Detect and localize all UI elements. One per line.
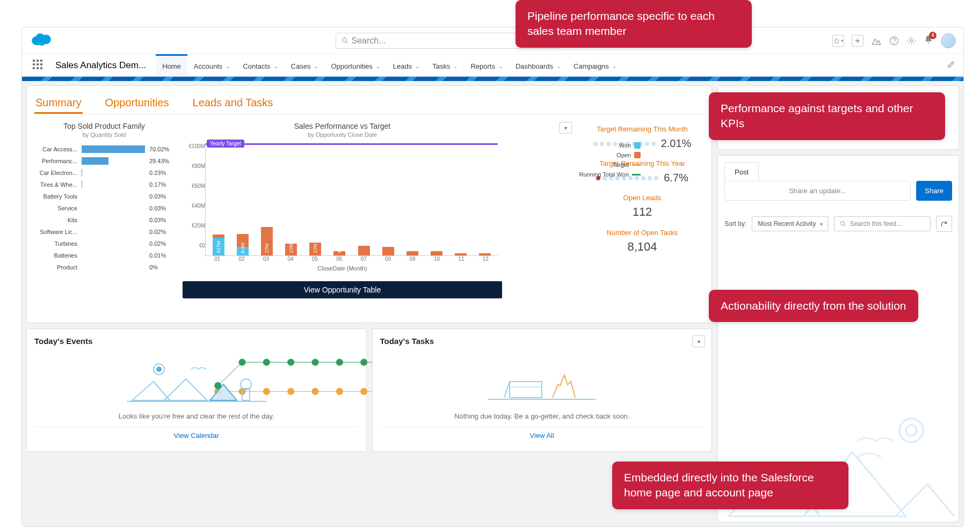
nav-tab-opportunities[interactable]: Opportunities⌄ (324, 54, 386, 76)
product-row[interactable]: Software Lic...0.02% (34, 226, 174, 238)
share-button[interactable]: Share (916, 181, 952, 201)
svg-point-6 (894, 43, 895, 43)
gear-icon[interactable] (906, 36, 916, 46)
search-icon (840, 221, 846, 227)
panel-subtitle: by Opportunity Close Date (183, 131, 502, 138)
callout-4: Embedded directly into the Salesforce ho… (612, 462, 848, 509)
product-row[interactable]: Batteries0.01% (34, 250, 174, 261)
chart-legend: Won Open Target Running Total Won (574, 142, 641, 178)
svg-point-25 (336, 358, 343, 365)
svg-line-39 (504, 382, 510, 398)
help-icon[interactable] (889, 36, 899, 46)
sales-chart-panel: ▾ Sales Performance vs Target by Opportu… (183, 122, 572, 315)
svg-point-26 (360, 358, 367, 365)
svg-point-23 (287, 358, 294, 365)
nav-tab-contacts[interactable]: Contacts⌄ (236, 54, 284, 76)
svg-point-0 (342, 38, 346, 42)
trailhead-icon[interactable] (871, 35, 882, 46)
nav-tab-campaigns[interactable]: Campaigns⌄ (567, 54, 623, 76)
plus-icon (854, 38, 861, 44)
svg-point-48 (906, 425, 917, 436)
nav-tab-tasks[interactable]: Tasks⌄ (426, 54, 464, 76)
star-icon (833, 38, 840, 44)
svg-line-1 (346, 41, 347, 43)
favorites-button[interactable]: ▾ (832, 35, 844, 47)
salesforce-logo-icon (30, 33, 53, 49)
svg-point-11 (287, 388, 294, 395)
product-row[interactable]: Battery Tools0.03% (34, 191, 174, 202)
view-all-link[interactable]: View All (380, 427, 705, 444)
dash-tab-opportunities[interactable]: Opportunities (104, 93, 170, 114)
product-row[interactable]: Turbines0.02% (34, 238, 174, 250)
card-title: Today's Tasks (380, 336, 705, 346)
notifications-button[interactable]: 4 (924, 35, 933, 47)
panel-subtitle: by Quantity Sold (34, 131, 174, 138)
notif-badge: 4 (929, 32, 937, 39)
nav-tab-cases[interactable]: Cases⌄ (285, 54, 325, 76)
chart-menu-button[interactable]: ▾ (559, 122, 572, 134)
svg-point-12 (311, 388, 318, 395)
callout-2: Performance against targets and other KP… (709, 92, 945, 140)
svg-point-24 (311, 358, 318, 365)
sort-label: Sort by: (724, 220, 746, 228)
search-icon (342, 37, 349, 44)
svg-point-33 (156, 367, 162, 372)
svg-line-46 (844, 225, 846, 226)
product-row[interactable]: Performanc...29.43% (34, 155, 174, 167)
svg-point-7 (910, 39, 913, 42)
top-products-panel: Top Sold Product Family by Quantity Sold… (34, 122, 174, 315)
product-row[interactable]: Kits0.03% (34, 214, 174, 226)
refresh-feed-button[interactable] (936, 216, 952, 232)
product-row[interactable]: Car Access...70.02% (34, 143, 174, 155)
empty-text: Nothing due today. Be a go-getter, and c… (454, 412, 629, 420)
dash-tab-leads-and-tasks[interactable]: Leads and Tasks (192, 93, 274, 114)
tasks-illustration-icon (472, 357, 612, 406)
nav-tab-home[interactable]: Home (156, 54, 187, 76)
pencil-icon (947, 61, 955, 68)
svg-point-45 (841, 222, 845, 225)
app-name: Sales Analytics Dem... (55, 60, 146, 71)
nav-tab-leads[interactable]: Leads⌄ (387, 54, 426, 76)
sort-dropdown[interactable]: Most Recent Activity▾ (752, 216, 829, 231)
product-row[interactable]: Product0% (34, 261, 174, 273)
nav-tab-dashboards[interactable]: Dashboards⌄ (509, 54, 567, 76)
product-row[interactable]: Tires & Whe...0.17% (34, 179, 174, 191)
post-tab[interactable]: Post (724, 162, 759, 181)
camping-illustration-icon (127, 357, 266, 406)
svg-rect-34 (242, 389, 250, 400)
analytics-dashboard: SummaryOpportunitiesLeads and Tasks Top … (26, 85, 712, 323)
kpi-open-leads: Open Leads 112 (580, 194, 704, 219)
add-button[interactable] (852, 35, 863, 47)
feed-search[interactable]: Search this feed... (834, 216, 931, 231)
product-row[interactable]: Service0.03% (34, 202, 174, 214)
nav-tab-accounts[interactable]: Accounts⌄ (187, 54, 236, 76)
app-nav: Sales Analytics Dem... HomeAccounts⌄Cont… (22, 54, 963, 77)
svg-marker-2 (834, 38, 839, 43)
svg-rect-37 (510, 382, 542, 398)
callout-1: Pipeline performance specific to each sa… (516, 0, 752, 48)
share-update-input[interactable]: Share an update... (724, 181, 911, 201)
nav-tab-reports[interactable]: Reports⌄ (464, 54, 509, 76)
chart-plot: Yearly Target €17M8.4M27M11M12M4.3M (205, 143, 498, 256)
svg-point-14 (360, 388, 367, 395)
edit-page-button[interactable] (944, 57, 958, 74)
todays-tasks-card: ▾ Today's Tasks Nothing due today. Be a … (372, 328, 713, 452)
panel-title: Top Sold Product Family (34, 122, 174, 130)
search-placeholder: Search... (352, 36, 386, 46)
favorites-dd: ▾ (841, 38, 844, 43)
panel-title: Sales Performance vs Target (183, 122, 502, 130)
global-header: Search... ▾ 4 (22, 27, 963, 54)
svg-point-13 (336, 388, 343, 395)
user-avatar[interactable] (941, 33, 956, 48)
kpi-open-tasks: Number of Open Tasks 8,104 (580, 229, 704, 254)
theme-ribbon (22, 77, 963, 81)
app-launcher-icon[interactable] (33, 60, 45, 71)
callout-3: Actionability directly from the solution (709, 290, 918, 322)
dash-tab-summary[interactable]: Summary (34, 93, 83, 114)
header-actions: ▾ 4 (832, 33, 956, 48)
product-row[interactable]: Car Electron...0.23% (34, 167, 174, 179)
svg-point-47 (899, 419, 923, 442)
tasks-menu-button[interactable]: ▾ (692, 335, 705, 347)
refresh-icon (940, 220, 948, 228)
